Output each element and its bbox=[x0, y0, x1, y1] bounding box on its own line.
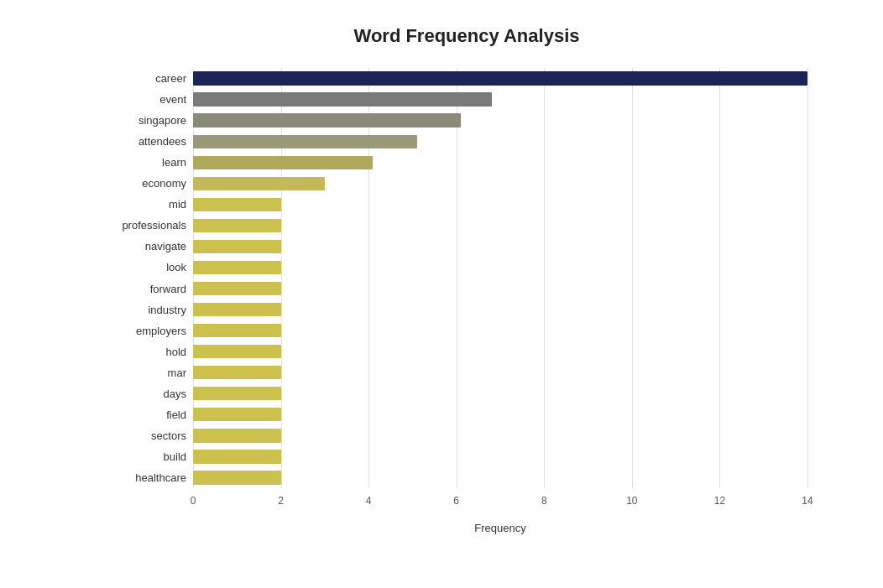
chart-title: Word Frequency Analysis bbox=[101, 25, 833, 47]
x-tick-label: 12 bbox=[714, 495, 725, 507]
bar-label: field bbox=[101, 408, 186, 421]
grid-line bbox=[457, 68, 457, 488]
bar-fill bbox=[193, 450, 281, 463]
x-tick-label: 2 bbox=[278, 495, 284, 507]
bar-label: economy bbox=[101, 177, 186, 190]
x-tick-label: 14 bbox=[802, 495, 812, 507]
bar-fill bbox=[193, 156, 373, 169]
bar-fill bbox=[193, 219, 281, 232]
bar-label: attendees bbox=[101, 135, 186, 148]
bar-label: professionals bbox=[101, 219, 186, 232]
chart-container: Word Frequency Analysis 02468101214Frequ… bbox=[0, 0, 883, 588]
bar-label: look bbox=[101, 261, 186, 274]
bar-fill bbox=[193, 324, 281, 337]
bar-fill bbox=[193, 345, 281, 358]
bar-fill bbox=[193, 303, 281, 316]
bar-label: singapore bbox=[101, 113, 186, 127]
bar-fill bbox=[193, 408, 281, 421]
bar-label: event bbox=[101, 92, 186, 106]
bar-label: industry bbox=[101, 303, 186, 316]
x-tick-label: 6 bbox=[453, 495, 459, 507]
bar-fill bbox=[193, 198, 281, 211]
grid-line bbox=[632, 68, 633, 488]
bar-label: days bbox=[101, 387, 186, 400]
x-tick-label: 4 bbox=[366, 495, 372, 507]
bar-fill bbox=[193, 113, 461, 127]
x-tick-label: 8 bbox=[541, 495, 547, 507]
bar-label: build bbox=[101, 450, 186, 463]
bar-label: healthcare bbox=[101, 471, 186, 484]
bar-label: sectors bbox=[101, 429, 186, 442]
bar-label: hold bbox=[101, 345, 186, 358]
bar-fill bbox=[193, 261, 281, 274]
bar-fill bbox=[193, 282, 281, 295]
grid-line bbox=[544, 68, 545, 488]
chart-inner: 02468101214Frequencycareereventsingapore… bbox=[101, 64, 833, 534]
grid-line bbox=[193, 68, 194, 488]
x-tick-label: 10 bbox=[626, 495, 637, 507]
bar-fill bbox=[193, 240, 281, 253]
bar-label: employers bbox=[101, 324, 186, 337]
bar-label: mar bbox=[101, 366, 186, 379]
bar-label: career bbox=[101, 71, 186, 85]
bar-fill bbox=[193, 71, 807, 85]
grid-line bbox=[719, 68, 720, 488]
bar-fill bbox=[193, 366, 281, 379]
bar-label: forward bbox=[101, 282, 186, 295]
bar-fill bbox=[193, 135, 417, 148]
bar-fill bbox=[193, 429, 281, 442]
bar-fill bbox=[193, 387, 281, 400]
grid-line bbox=[368, 68, 369, 488]
bar-fill bbox=[193, 92, 492, 106]
bar-label: mid bbox=[101, 198, 186, 211]
grid-line bbox=[807, 68, 808, 488]
x-axis-label: Frequency bbox=[474, 522, 525, 534]
grid-line bbox=[281, 68, 282, 488]
bar-fill bbox=[193, 471, 281, 484]
bar-label: navigate bbox=[101, 240, 186, 253]
x-tick-label: 0 bbox=[191, 495, 196, 507]
bar-fill bbox=[193, 177, 325, 190]
bar-label: learn bbox=[101, 156, 186, 169]
